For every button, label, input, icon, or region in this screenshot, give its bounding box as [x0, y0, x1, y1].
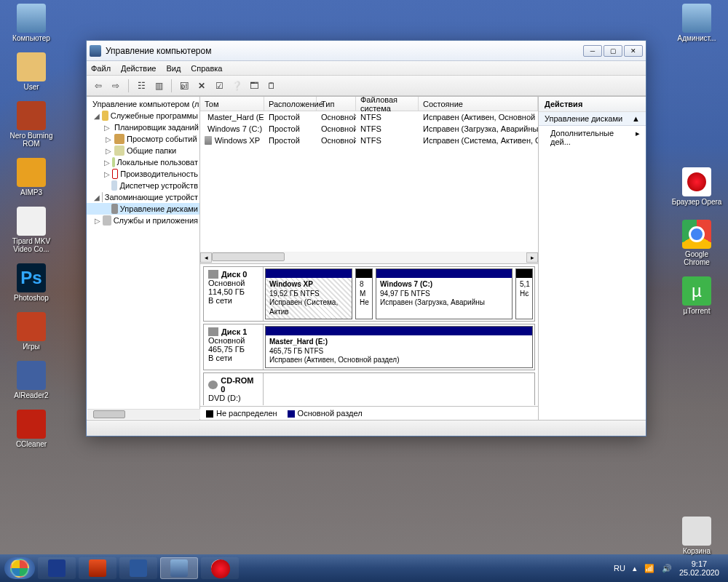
tree-shared-folders[interactable]: ▷Общие папки — [87, 145, 199, 156]
middle-pane: Том Расположение Тип Файловая система Со… — [200, 97, 538, 420]
cd-rom-0[interactable]: CD-ROM 0 DVD (D:) — [203, 372, 535, 405]
games-icon — [17, 312, 46, 341]
col-volume[interactable]: Том — [200, 97, 264, 111]
partition-unalloc-2[interactable]: 5,1Нє — [515, 268, 533, 319]
tray-chevron-icon[interactable]: ▴ — [633, 564, 637, 573]
menu-help[interactable]: Справка — [191, 64, 222, 73]
col-status[interactable]: Состояние — [419, 97, 538, 111]
volume-row[interactable]: Windows 7 (C:)ПростойОсновнойNTFSИсправе… — [200, 123, 538, 135]
toolbar: ⇦ ⇨ ☷ ▥ 🗟 ✕ ☑ ❔ 🗔 🗒 — [87, 76, 646, 96]
nero-icon — [17, 101, 46, 130]
properties-button[interactable]: ☑ — [212, 79, 226, 93]
network-icon[interactable]: 📶 — [644, 564, 654, 573]
mkv-icon — [17, 207, 46, 236]
tree-services[interactable]: ▷Службы и приложения — [87, 215, 199, 226]
tree-hscroll[interactable] — [87, 409, 200, 419]
desktop-icon-nero-burning-rom[interactable]: Nero Burning ROM — [6, 101, 57, 148]
show-hide-tree-button[interactable]: ▥ — [151, 79, 166, 93]
help-button[interactable]: ❔ — [229, 79, 244, 93]
tree-device-manager[interactable]: Диспетчер устройств — [87, 180, 199, 191]
volume-row[interactable]: Windows XPПростойОсновнойNTFSИсправен (С… — [200, 135, 538, 146]
disk-0[interactable]: Диск 0 Основной114,50 ГБВ сети Windows X… — [203, 266, 535, 322]
tree-performance[interactable]: ▷Производительность — [87, 168, 199, 180]
tree-event-viewer[interactable]: ▷Просмотр событий — [87, 133, 199, 145]
tree-task-scheduler[interactable]: ▷Планировщик заданий — [87, 121, 199, 133]
taskbar: RU ▴ 📶 🔊 9:1725.02.2020 — [0, 554, 728, 582]
legend: Не распределен Основной раздел — [200, 406, 538, 420]
tree-system-tools[interactable]: ◢Служебные программы — [87, 110, 199, 121]
windows-orb-icon — [10, 559, 29, 578]
app-icon — [90, 45, 101, 57]
aimp-icon — [17, 158, 46, 187]
back-button[interactable]: ⇦ — [91, 79, 106, 93]
menubar: Файл Действие Вид Справка — [87, 61, 646, 76]
disk-graphic-view: Диск 0 Основной114,50 ГБВ сети Windows X… — [200, 264, 538, 406]
tree-pane: Управление компьютером (л ◢Служебные про… — [87, 97, 200, 420]
desktop-icon-photoshop[interactable]: PsPhotoshop — [6, 263, 57, 302]
desktop-icon-браузер-opera[interactable]: Браузер Opera — [671, 167, 722, 206]
computer-icon — [17, 4, 46, 33]
desktop-icon-админист-[interactable]: Админист... — [671, 4, 722, 42]
desktop-icon-ccleaner[interactable]: CCleaner — [6, 410, 57, 448]
actions-section-disk-mgmt[interactable]: Управление дисками▲ — [539, 112, 646, 126]
partition-master-hard[interactable]: Master_Hard (E:)465,75 ГБ NTFSИсправен (… — [265, 326, 533, 368]
delete-button[interactable]: ✕ — [194, 79, 209, 93]
action-button[interactable]: 🗔 — [247, 79, 261, 93]
partition-unalloc-1[interactable]: 8 МНе — [355, 268, 373, 319]
menu-file[interactable]: Файл — [91, 64, 111, 73]
ccleaner-icon — [17, 410, 46, 439]
settings-button[interactable]: 🗒 — [264, 79, 279, 93]
col-type[interactable]: Тип — [317, 97, 356, 111]
taskbar-item-opera[interactable] — [201, 557, 239, 579]
desktop-icon-alreader2[interactable]: AlReader2 — [6, 361, 57, 399]
chevron-right-icon: ▸ — [636, 129, 640, 146]
col-fs[interactable]: Файловая система — [356, 97, 419, 111]
actions-more[interactable]: Дополнительные дей...▸ — [539, 126, 646, 149]
computer-management-window: Управление компьютером ─ ▢ ✕ Файл Действ… — [86, 40, 646, 436]
volume-icon[interactable]: 🔊 — [662, 564, 672, 573]
desktop-icon-tipard-mkv-video-co-[interactable]: Tipard MKV Video Co... — [6, 207, 57, 253]
desktop-icon-корзина[interactable]: Корзина — [671, 517, 722, 555]
tree-local-users[interactable]: ▷Локальные пользоват — [87, 156, 199, 168]
tree-disk-management[interactable]: Управление дисками — [87, 203, 199, 215]
menu-action[interactable]: Действие — [121, 64, 156, 73]
volume-list: Master_Hard (E:)ПростойОсновнойNTFSИспра… — [200, 111, 538, 252]
volume-row[interactable]: Master_Hard (E:)ПростойОсновнойNTFSИспра… — [200, 111, 538, 123]
actions-pane: Действия Управление дисками▲ Дополнитель… — [538, 97, 646, 420]
taskbar-item-word[interactable] — [119, 557, 157, 579]
tree-root[interactable]: Управление компьютером (л — [87, 98, 199, 110]
forward-button[interactable]: ⇨ — [108, 79, 123, 93]
chrome-icon — [682, 220, 711, 249]
language-indicator[interactable]: RU — [614, 564, 625, 573]
desktop-icon-google-chrome[interactable]: Google Chrome — [671, 220, 722, 266]
desktop-icon-игры[interactable]: Игры — [6, 312, 57, 351]
taskbar-item-save[interactable] — [38, 557, 76, 579]
titlebar[interactable]: Управление компьютером ─ ▢ ✕ — [87, 41, 646, 61]
user-icon — [17, 52, 46, 81]
start-button[interactable] — [4, 557, 35, 579]
close-button[interactable]: ✕ — [624, 45, 643, 57]
volume-list-header: Том Расположение Тип Файловая система Со… — [200, 97, 538, 111]
menu-view[interactable]: Вид — [166, 64, 181, 73]
desktop-icon--torrent[interactable]: µµTorrent — [671, 276, 722, 315]
desktop-icon-user[interactable]: User — [6, 52, 57, 91]
desktop-icon-компьютер[interactable]: Компьютер — [6, 4, 57, 42]
actions-header: Действия — [539, 97, 646, 112]
partition-windows-7[interactable]: Windows 7 (C:)94,97 ГБ NTFSИсправен (Заг… — [376, 268, 513, 319]
taskbar-item-compmgmt[interactable] — [160, 557, 198, 579]
volume-list-scrollbar[interactable]: ◂▸ — [200, 252, 538, 263]
reader-icon — [17, 361, 46, 390]
refresh-button[interactable]: 🗟 — [177, 79, 191, 93]
clock[interactable]: 9:1725.02.2020 — [679, 559, 719, 577]
maximize-button[interactable]: ▢ — [604, 45, 622, 57]
desktop-icon-aimp3[interactable]: AIMP3 — [6, 158, 57, 196]
admin-icon — [682, 4, 711, 33]
minimize-button[interactable]: ─ — [583, 45, 602, 57]
col-layout[interactable]: Расположение — [264, 97, 317, 111]
partition-windows-xp[interactable]: Windows XP19,52 ГБ NTFSИсправен (Система… — [265, 268, 352, 319]
disk-1[interactable]: Диск 1 Основной465,75 ГБВ сети Master_Ha… — [203, 324, 535, 370]
disk-icon — [208, 327, 218, 336]
tree-storage[interactable]: ◢Запоминающие устройст — [87, 191, 199, 203]
taskbar-item-nero[interactable] — [79, 557, 116, 579]
up-button[interactable]: ☷ — [134, 79, 149, 93]
